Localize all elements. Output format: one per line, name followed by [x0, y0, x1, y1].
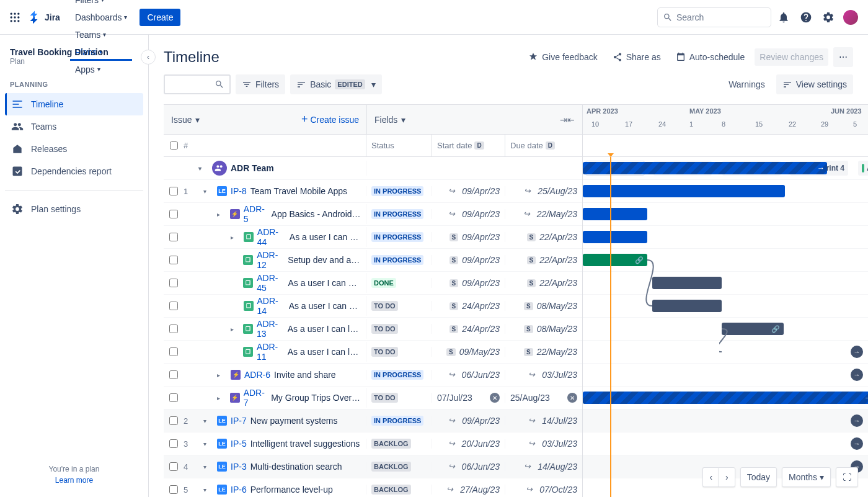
row-checkbox[interactable]: [169, 393, 178, 402]
issue-row[interactable]: ▸⚡ADR-6Invite and shareIN PROGRESS↪06/Ju…: [164, 364, 582, 387]
issue-key-link[interactable]: IP-7: [231, 416, 247, 426]
row-checkbox[interactable]: [169, 256, 178, 264]
clear-date-icon[interactable]: ✕: [567, 393, 577, 403]
row-checkbox[interactable]: [169, 325, 178, 333]
sidebar-item-releases[interactable]: Releases: [5, 138, 143, 160]
status-badge[interactable]: IN PROGRESS: [371, 232, 423, 242]
issue-row[interactable]: ▸⚡ADR-5App Basics - Android testIN PROGR…: [164, 203, 582, 226]
app-switcher-icon[interactable]: [7, 10, 22, 25]
sidebar-item-plan-settings[interactable]: Plan settings: [5, 198, 143, 220]
offscreen-bar-icon[interactable]: →: [851, 414, 863, 427]
issue-key-link[interactable]: ADR-45: [257, 273, 284, 293]
status-badge[interactable]: TO DO: [371, 347, 398, 357]
issue-column-header[interactable]: Issue ▾: [171, 115, 200, 125]
sidebar-item-dependencies-report[interactable]: Dependencies report: [5, 160, 143, 182]
status-badge[interactable]: BACKLOG: [371, 439, 411, 449]
issue-row[interactable]: 1▾LEIP-8Team Travel Mobile AppsIN PROGRE…: [164, 180, 582, 203]
timeline-bar[interactable]: →: [583, 392, 868, 404]
row-checkbox[interactable]: [169, 439, 178, 448]
row-checkbox[interactable]: [169, 462, 178, 471]
row-checkbox[interactable]: [169, 485, 178, 494]
create-issue-button[interactable]: + Create issue: [301, 113, 359, 126]
more-actions-button[interactable]: ⋯: [833, 47, 853, 67]
offscreen-bar-icon[interactable]: →: [851, 369, 863, 381]
chevron-icon[interactable]: ▸: [217, 395, 226, 401]
nav-item-filters[interactable]: Filters ▾: [70, 0, 133, 9]
row-checkbox[interactable]: [169, 210, 178, 218]
row-checkbox[interactable]: [169, 279, 178, 287]
timeline-bar[interactable]: 🔗: [583, 254, 647, 266]
row-checkbox[interactable]: [169, 347, 178, 356]
timeline-bar[interactable]: [583, 231, 647, 243]
timeline-bar[interactable]: [583, 185, 785, 197]
issue-key-link[interactable]: ADR-7: [244, 388, 268, 408]
collapse-fields-icon[interactable]: ⇥⇤: [560, 115, 575, 125]
row-checkbox[interactable]: [169, 416, 178, 425]
issue-key-link[interactable]: ADR-11: [257, 342, 284, 362]
notifications-icon[interactable]: [774, 7, 794, 27]
chevron-icon[interactable]: ▸: [217, 211, 226, 218]
view-settings-button[interactable]: View settings: [776, 74, 853, 94]
status-badge[interactable]: IN PROGRESS: [371, 209, 423, 219]
today-button[interactable]: Today: [740, 467, 777, 487]
issue-row[interactable]: 5▾LEIP-6Performance level-upBACKLOG↪27/A…: [164, 478, 582, 497]
settings-icon[interactable]: [818, 7, 838, 27]
issue-row[interactable]: ❐ADR-11As a user I can log i...TO DOS09/…: [164, 341, 582, 364]
timeline-next-button[interactable]: ›: [719, 467, 735, 487]
issue-row[interactable]: ❐ADR-12Setup dev and and ...IN PROGRESSS…: [164, 249, 582, 272]
chevron-icon[interactable]: ▾: [203, 441, 213, 447]
search-input[interactable]: Search: [657, 7, 771, 27]
issue-key-link[interactable]: IP-6: [231, 485, 247, 495]
chevron-icon[interactable]: ▾: [203, 486, 213, 493]
issue-search-input[interactable]: [164, 74, 231, 94]
basic-filter-button[interactable]: BasicEDITED▾: [290, 74, 382, 94]
help-icon[interactable]: [796, 7, 816, 27]
give-feedback-button[interactable]: Give feedback: [523, 48, 603, 66]
issue-row[interactable]: ❐ADR-14As a user I can cre...TO DOS24/Ap…: [164, 295, 582, 318]
fullscreen-button[interactable]: ⛶: [836, 467, 858, 487]
issue-key-link[interactable]: ADR-13: [257, 319, 284, 339]
status-badge[interactable]: IN PROGRESS: [371, 370, 423, 380]
select-all-checkbox[interactable]: [170, 141, 178, 150]
timeline-bar[interactable]: [652, 300, 722, 312]
issue-key-link[interactable]: IP-8: [231, 186, 247, 196]
timeline-bar[interactable]: 🔗: [722, 323, 784, 335]
status-badge[interactable]: IN PROGRESS: [371, 255, 423, 265]
issue-key-link[interactable]: ADR-12: [257, 250, 284, 270]
chevron-icon[interactable]: ▾: [203, 188, 213, 195]
chevron-icon[interactable]: ▸: [217, 372, 227, 378]
status-badge[interactable]: BACKLOG: [371, 485, 411, 495]
status-badge[interactable]: DONE: [371, 278, 396, 288]
sprint-pill[interactable]: AD: [858, 161, 868, 176]
issue-row[interactable]: ▸❐ADR-13As a user I can log i...TO DOS24…: [164, 318, 582, 341]
issue-row[interactable]: ❐ADR-45As a user I can ena...DONES09/Apr…: [164, 272, 582, 295]
sidebar-item-teams[interactable]: Teams: [5, 115, 143, 138]
fields-column-header[interactable]: Fields ▾: [374, 115, 405, 125]
row-checkbox[interactable]: [169, 302, 178, 310]
row-checkbox[interactable]: [169, 370, 178, 379]
row-checkbox[interactable]: [169, 233, 178, 241]
profile-avatar[interactable]: [841, 7, 861, 27]
offscreen-bar-icon[interactable]: →: [851, 437, 863, 450]
timeline-bar[interactable]: [583, 208, 647, 220]
team-row[interactable]: ▾ ADR Team: [164, 157, 582, 180]
jira-logo[interactable]: Jira: [27, 10, 60, 25]
status-badge[interactable]: TO DO: [371, 393, 398, 403]
chevron-icon[interactable]: ▾: [203, 418, 213, 424]
learn-more-link[interactable]: Learn more: [0, 476, 148, 485]
clear-date-icon[interactable]: ✕: [490, 393, 500, 403]
issue-key-link[interactable]: ADR-5: [244, 204, 268, 224]
timeline-bar[interactable]: [652, 277, 722, 289]
issue-row[interactable]: 2▾LEIP-7New payment systemsIN PROGRESS↪0…: [164, 410, 582, 432]
row-checkbox[interactable]: [169, 187, 178, 195]
issue-row[interactable]: 3▾LEIP-5Intelligent travel suggestionsBA…: [164, 432, 582, 455]
status-badge[interactable]: IN PROGRESS: [371, 416, 423, 426]
sidebar-item-timeline[interactable]: Timeline: [5, 93, 143, 115]
timeline-prev-button[interactable]: ‹: [702, 467, 719, 487]
auto-schedule-button[interactable]: Auto-schedule: [671, 48, 750, 66]
zoom-level-button[interactable]: Months ▾: [782, 467, 831, 487]
status-badge[interactable]: IN PROGRESS: [371, 186, 423, 196]
status-badge[interactable]: BACKLOG: [371, 462, 411, 472]
create-button[interactable]: Create: [140, 9, 180, 26]
warnings-button[interactable]: Warnings: [722, 74, 771, 94]
